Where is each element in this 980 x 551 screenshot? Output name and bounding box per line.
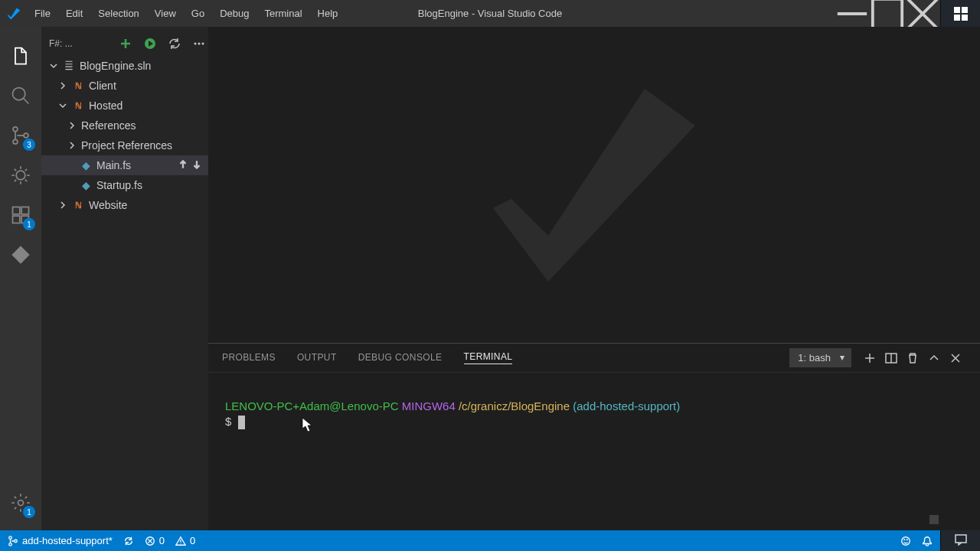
scm-badge: 3 [23, 139, 35, 151]
tree-file-startup[interactable]: ◆ Startup.fs [41, 175, 208, 195]
menu-help[interactable]: Help [310, 0, 346, 27]
windows-start-button[interactable] [941, 0, 980, 28]
tree-hosted[interactable]: ℕ Hosted [41, 96, 208, 116]
tree-label: Hosted [89, 99, 122, 112]
chevron-right-icon [66, 119, 78, 132]
activity-search-icon[interactable] [0, 76, 41, 116]
svg-rect-2 [962, 7, 968, 13]
menu-selection[interactable]: Selection [90, 0, 146, 27]
action-center-icon[interactable] [941, 528, 980, 551]
svg-point-33 [904, 539, 905, 540]
terminal-cursor [238, 416, 245, 429]
tab-terminal[interactable]: TERMINAL [464, 351, 513, 364]
tree-client[interactable]: ℕ Client [41, 76, 208, 96]
solution-icon [63, 60, 75, 72]
chevron-right-icon [66, 139, 78, 152]
terminal-shell-select[interactable]: 1: bash [789, 348, 851, 367]
tab-debug-console[interactable]: DEBUG CONSOLE [358, 352, 443, 364]
svg-point-22 [18, 500, 24, 506]
svg-point-32 [902, 536, 910, 545]
terminal-ps1: $ [225, 415, 231, 428]
activity-ionide-icon[interactable] [0, 235, 41, 275]
svg-point-30 [15, 540, 18, 543]
activity-explorer-icon[interactable] [0, 36, 41, 76]
tree-label: Main.fs [96, 159, 131, 171]
add-button[interactable] [116, 34, 135, 53]
status-bar: add-hosted-support* 0 0 [0, 530, 940, 551]
new-terminal-icon[interactable] [859, 352, 880, 364]
svg-rect-3 [954, 15, 960, 21]
svg-rect-19 [21, 207, 28, 214]
tree-project-references[interactable]: Project References [41, 135, 208, 155]
terminal-scrollbar[interactable] [929, 515, 939, 524]
window-title: BlogEngine - Visual Studio Code [418, 8, 562, 19]
status-sync[interactable] [123, 536, 134, 546]
terminal-branch: (add-hosted-support) [573, 399, 680, 412]
svg-rect-18 [13, 207, 20, 214]
activity-source-control-icon[interactable]: 3 [0, 116, 41, 155]
svg-point-16 [24, 133, 28, 138]
activity-debug-icon[interactable] [0, 155, 41, 195]
run-button[interactable] [141, 34, 159, 53]
tree-references[interactable]: References [41, 116, 208, 135]
fsharp-file-icon: ◆ [80, 159, 92, 171]
svg-point-24 [194, 43, 197, 45]
chevron-down-icon [47, 60, 60, 72]
kill-terminal-icon[interactable] [902, 352, 923, 364]
terminal[interactable]: LENOVO-PC+Adam@Lenovo-PC MINGW64 /c/gran… [208, 373, 980, 530]
tree-label: References [81, 119, 136, 132]
bottom-panel: PROBLEMS OUTPUT DEBUG CONSOLE TERMINAL 1… [208, 343, 980, 530]
status-branch[interactable]: add-hosted-support* [8, 535, 113, 546]
tree-solution[interactable]: BlogEngine.sln [41, 56, 208, 76]
svg-point-15 [13, 139, 18, 144]
status-warnings[interactable]: 0 [175, 535, 195, 546]
tree-label: Startup.fs [96, 179, 142, 191]
fsharp-project-icon: ℕ [72, 199, 84, 211]
chevron-right-icon [57, 80, 69, 92]
activity-extensions-icon[interactable]: 1 [0, 195, 41, 235]
activity-bar: 3 1 1 [0, 27, 41, 530]
tree-website[interactable]: ℕ Website [41, 195, 208, 215]
tree-file-main[interactable]: ◆ Main.fs [41, 155, 208, 175]
editor-placeholder [208, 27, 980, 343]
menu-debug[interactable]: Debug [212, 0, 256, 27]
extensions-badge: 1 [23, 218, 35, 230]
terminal-user-host: LENOVO-PC+Adam@Lenovo-PC [225, 399, 399, 412]
svg-point-25 [198, 43, 201, 45]
titlebar: File Edit Selection View Go Debug Termin… [0, 0, 980, 27]
window-controls [835, 0, 940, 27]
terminal-msystem: MINGW64 [402, 399, 456, 412]
fsharp-file-icon: ◆ [80, 179, 92, 191]
split-terminal-icon[interactable] [880, 352, 902, 364]
menu-view[interactable]: View [147, 0, 184, 27]
close-button[interactable] [905, 0, 940, 27]
menu-go[interactable]: Go [184, 0, 212, 27]
close-panel-icon[interactable] [945, 352, 966, 364]
sidebar-header-label: F#: ... [49, 38, 73, 49]
terminal-cwd: /c/granicz/BlogEngine [459, 399, 570, 412]
settings-badge: 1 [23, 506, 35, 518]
svg-rect-0 [873, 0, 902, 28]
status-feedback-icon[interactable] [900, 536, 911, 546]
svg-rect-4 [962, 15, 968, 21]
chevron-right-icon [57, 199, 69, 211]
activity-settings-icon[interactable]: 1 [0, 483, 41, 523]
tree-label: Project References [81, 139, 172, 152]
minimize-button[interactable] [835, 0, 870, 27]
maximize-panel-icon[interactable] [923, 352, 945, 364]
menu-terminal[interactable]: Terminal [256, 0, 309, 27]
refresh-button[interactable] [165, 34, 184, 53]
tab-output[interactable]: OUTPUT [297, 352, 337, 364]
more-button[interactable] [190, 34, 208, 53]
solution-explorer: F#: ... BlogEngine.sln ℕ Client ℕ Hosted… [41, 27, 208, 530]
status-errors[interactable]: 0 [145, 535, 165, 546]
menu-file[interactable]: File [27, 0, 58, 27]
chevron-down-icon [57, 99, 69, 112]
menu-edit[interactable]: Edit [58, 0, 90, 27]
maximize-button[interactable] [870, 0, 905, 27]
move-up-icon[interactable] [178, 159, 188, 172]
move-down-icon[interactable] [191, 159, 202, 172]
status-bell-icon[interactable] [922, 536, 933, 546]
svg-point-13 [13, 88, 25, 100]
tab-problems[interactable]: PROBLEMS [222, 352, 276, 364]
